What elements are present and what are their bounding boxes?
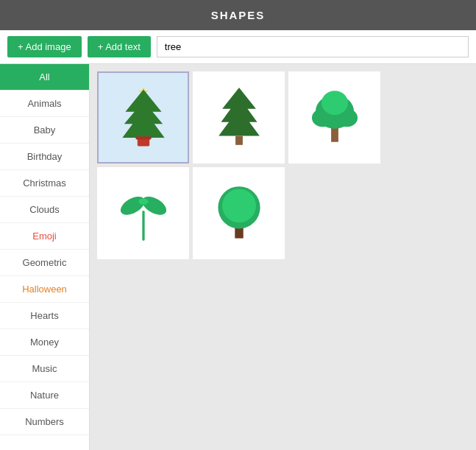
- add-text-button[interactable]: + Add text: [88, 36, 151, 57]
- shape-card-2[interactable]: [193, 71, 285, 164]
- sidebar-item-baby[interactable]: Baby: [0, 117, 89, 144]
- sidebar-item-emoji[interactable]: Emoji: [0, 223, 89, 250]
- main-area: AllAnimalsBabyBirthdayChristmasCloudsEmo…: [0, 64, 476, 450]
- svg-rect-3: [135, 136, 151, 139]
- svg-point-17: [222, 189, 256, 222]
- header: SHAPES: [0, 0, 476, 30]
- sidebar-item-numbers[interactable]: Numbers: [0, 409, 89, 435]
- toolbar: + Add image + Add text: [0, 30, 476, 64]
- svg-rect-5: [235, 136, 243, 144]
- sidebar-item-birthday[interactable]: Birthday: [0, 144, 89, 170]
- sidebar-item-music[interactable]: Music: [0, 356, 89, 382]
- sidebar-item-all[interactable]: All: [0, 64, 89, 91]
- sidebar-item-hearts[interactable]: Hearts: [0, 303, 89, 329]
- sidebar-item-geometric[interactable]: Geometric: [0, 250, 89, 276]
- svg-marker-4: [219, 88, 260, 136]
- svg-marker-1: [122, 89, 164, 137]
- svg-point-10: [322, 91, 348, 115]
- search-input[interactable]: [157, 36, 469, 57]
- sidebar: AllAnimalsBabyBirthdayChristmasCloudsEmo…: [0, 64, 90, 450]
- shape-card-3[interactable]: [288, 71, 380, 164]
- sidebar-item-christmas[interactable]: Christmas: [0, 170, 89, 197]
- shape-card-5[interactable]: [193, 167, 285, 259]
- content-area: [90, 64, 476, 450]
- shape-card-1[interactable]: [97, 71, 189, 164]
- sidebar-item-halloween[interactable]: Halloween: [0, 276, 89, 303]
- svg-point-14: [138, 198, 148, 204]
- sidebar-item-clouds[interactable]: Clouds: [0, 197, 89, 223]
- sidebar-item-money[interactable]: Money: [0, 329, 89, 356]
- shape-card-4[interactable]: [97, 167, 189, 259]
- sidebar-item-nature[interactable]: Nature: [0, 382, 89, 409]
- add-image-button[interactable]: + Add image: [7, 36, 82, 57]
- svg-rect-11: [142, 210, 144, 240]
- sidebar-item-animals[interactable]: Animals: [0, 91, 89, 117]
